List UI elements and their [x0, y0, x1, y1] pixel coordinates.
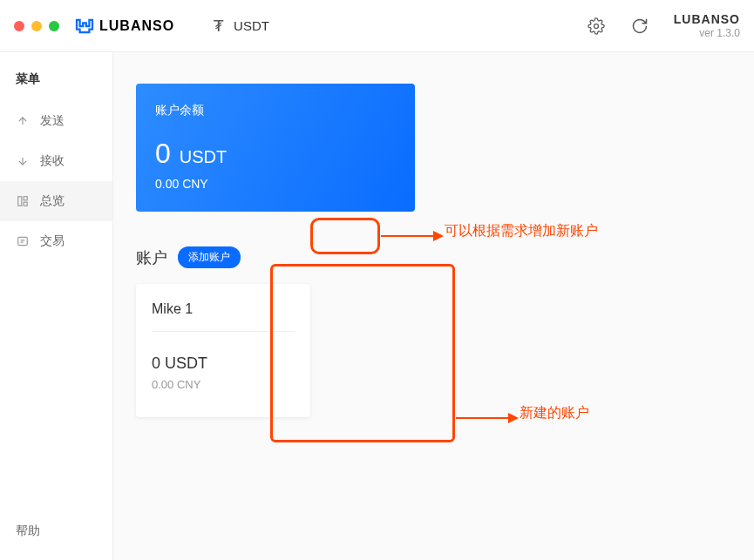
svg-rect-2 — [24, 197, 27, 200]
sidebar-item-label: 发送 — [40, 113, 65, 129]
gear-icon — [588, 17, 605, 35]
help-link[interactable]: 帮助 — [16, 523, 40, 537]
svg-rect-4 — [18, 237, 28, 245]
balance-fiat: 0.00 CNY — [155, 177, 396, 191]
add-account-button[interactable]: 添加账户 — [178, 246, 241, 268]
app-name: LUBANSO — [99, 18, 174, 34]
balance-card: 账户余额 0 USDT 0.00 CNY — [136, 84, 415, 212]
balance-label: 账户余额 — [155, 103, 396, 118]
app-logo: LUBANSO — [75, 18, 174, 34]
refresh-icon — [631, 17, 649, 35]
logo-icon — [75, 18, 94, 34]
svg-rect-3 — [24, 202, 27, 206]
overview-icon — [16, 194, 30, 208]
account-name: Mike 1 — [152, 301, 295, 332]
close-window-button[interactable] — [14, 21, 24, 31]
account-balance: 0 USDT — [152, 354, 295, 373]
main-content: 账户余额 0 USDT 0.00 CNY 账户 添加账户 Mike 1 0 US… — [113, 52, 754, 560]
balance-unit: USDT — [180, 147, 227, 167]
menu-title: 菜单 — [0, 66, 112, 101]
svg-point-0 — [594, 24, 598, 28]
annotation-text-new: 新建的账户 — [520, 404, 589, 422]
transactions-icon — [16, 234, 30, 248]
accounts-title: 账户 — [136, 247, 167, 268]
sidebar-item-send[interactable]: 发送 — [0, 101, 112, 141]
sidebar-item-overview[interactable]: 总览 — [0, 181, 112, 221]
refresh-button[interactable] — [630, 17, 649, 36]
currency-selector[interactable]: ₮ USDT — [214, 17, 269, 36]
currency-label: USDT — [234, 18, 269, 33]
version-number: ver 1.3.0 — [674, 27, 740, 39]
sidebar-item-label: 交易 — [40, 233, 65, 249]
sidebar-item-label: 总览 — [40, 193, 65, 209]
annotation-arrow-2 — [456, 413, 519, 423]
annotation-text-add: 可以根据需求增加新账户 — [445, 222, 598, 240]
balance-value: 0 — [155, 138, 171, 170]
account-fiat: 0.00 CNY — [152, 378, 295, 391]
maximize-window-button[interactable] — [49, 21, 59, 31]
version-name: LUBANSO — [674, 12, 740, 27]
version-info: LUBANSO ver 1.3.0 — [674, 12, 740, 39]
svg-rect-1 — [18, 197, 22, 206]
sidebar-item-receive[interactable]: 接收 — [0, 141, 112, 181]
sidebar-item-label: 接收 — [40, 153, 65, 169]
sidebar: 菜单 发送 接收 总览 — [0, 52, 113, 560]
window-controls — [14, 21, 59, 31]
settings-button[interactable] — [587, 17, 606, 36]
balance-amount: 0 USDT — [155, 138, 396, 170]
account-card[interactable]: Mike 1 0 USDT 0.00 CNY — [136, 284, 310, 417]
annotation-arrow-1 — [381, 231, 444, 241]
sidebar-item-transactions[interactable]: 交易 — [0, 221, 112, 261]
receive-icon — [16, 154, 30, 168]
minimize-window-button[interactable] — [31, 21, 42, 31]
tether-icon: ₮ — [214, 17, 223, 36]
send-icon — [16, 114, 30, 128]
titlebar: LUBANSO ₮ USDT LUBANSO ver — [0, 0, 754, 52]
